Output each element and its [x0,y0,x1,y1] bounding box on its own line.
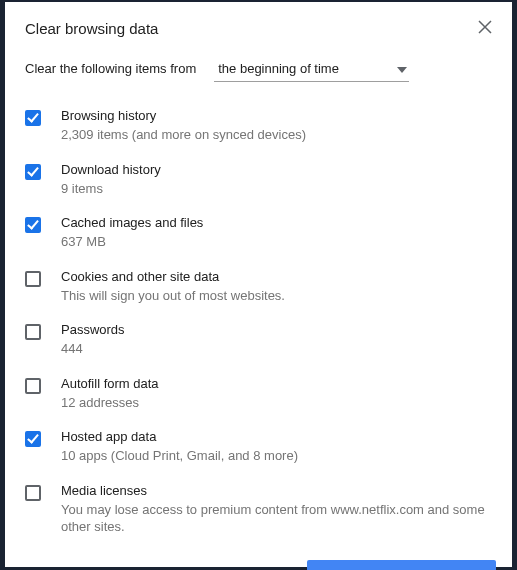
item-text: Passwords444 [61,322,125,358]
time-range-row: Clear the following items from the begin… [25,55,492,82]
item-label: Autofill form data [61,376,159,391]
item-description: 12 addresses [61,394,159,412]
item-text: Cookies and other site dataThis will sig… [61,269,285,305]
checkbox[interactable] [25,378,41,394]
close-button[interactable] [478,22,492,36]
item-text: Hosted app data10 apps (Cloud Print, Gma… [61,429,298,465]
checkbox[interactable] [25,271,41,287]
item-label: Passwords [61,322,125,337]
item-text: Cached images and files637 MB [61,215,203,251]
item-description: 2,309 items (and more on synced devices) [61,126,306,144]
list-item: Media licensesYou may lose access to pre… [25,475,492,546]
list-item: Download history9 items [25,154,492,208]
checkbox[interactable] [25,110,41,126]
item-text: Autofill form data12 addresses [61,376,159,412]
item-text: Browsing history2,309 items (and more on… [61,108,306,144]
item-description: You may lose access to premium content f… [61,501,492,536]
time-range-label: Clear the following items from [25,61,196,76]
time-range-selected: the beginning of time [218,61,339,76]
list-item: Cached images and files637 MB [25,207,492,261]
item-description: 637 MB [61,233,203,251]
checkbox[interactable] [25,164,41,180]
item-label: Browsing history [61,108,306,123]
clear-browsing-data-button[interactable]: Clear browsing data [307,560,496,570]
item-description: 10 apps (Cloud Print, Gmail, and 8 more) [61,447,298,465]
dialog-title: Clear browsing data [25,20,158,37]
checkbox[interactable] [25,324,41,340]
item-label: Hosted app data [61,429,298,444]
time-range-select[interactable]: the beginning of time [214,55,409,82]
list-item: Browsing history2,309 items (and more on… [25,100,492,154]
item-description: 444 [61,340,125,358]
list-item: Passwords444 [25,314,492,368]
item-description: This will sign you out of most websites. [61,287,285,305]
items-list: Browsing history2,309 items (and more on… [25,100,492,546]
list-item: Autofill form data12 addresses [25,368,492,422]
item-label: Cookies and other site data [61,269,285,284]
item-label: Media licenses [61,483,492,498]
checkbox[interactable] [25,431,41,447]
dialog-footer: Cancel Clear browsing data [5,546,512,570]
item-label: Cached images and files [61,215,203,230]
dialog-content: Clear the following items from the begin… [5,47,512,546]
clear-browsing-data-dialog: Clear browsing data Clear the following … [5,2,512,567]
checkbox[interactable] [25,217,41,233]
item-text: Media licensesYou may lose access to pre… [61,483,492,536]
item-description: 9 items [61,180,161,198]
cancel-button[interactable]: Cancel [216,560,299,570]
checkbox[interactable] [25,485,41,501]
item-text: Download history9 items [61,162,161,198]
dialog-header: Clear browsing data [5,2,512,47]
list-item: Cookies and other site dataThis will sig… [25,261,492,315]
list-item: Hosted app data10 apps (Cloud Print, Gma… [25,421,492,475]
item-label: Download history [61,162,161,177]
close-icon [478,20,492,38]
chevron-down-icon [397,59,407,77]
